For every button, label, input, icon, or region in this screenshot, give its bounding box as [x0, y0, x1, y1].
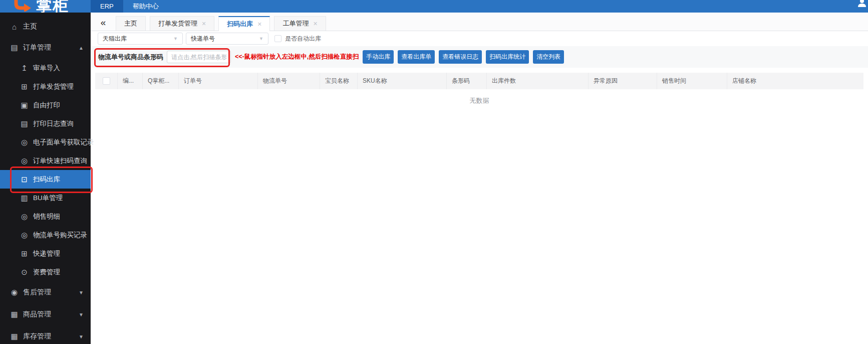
column-header-tracking-no: 物流单号 — [258, 73, 320, 89]
aftersales-icon: ◉ — [10, 288, 19, 297]
sidebar-item-print-log-query[interactable]: ▤ 打印日志查询 — [0, 114, 91, 133]
sidebar-group-order-mgmt[interactable]: ▤ 订单管理 ▲ — [0, 37, 91, 59]
view-error-log-button[interactable]: 查看错误日志 — [439, 50, 482, 64]
clear-list-button[interactable]: 清空列表 — [533, 50, 564, 64]
chevron-down-icon: ▼ — [79, 290, 84, 295]
logo-text: 掌柜 — [36, 0, 69, 13]
fee-mgmt-icon: ⊙ — [20, 268, 29, 277]
scan-outbound-icon: ⊡ — [20, 175, 29, 184]
sidebar-item-label: 电子面单号获取记录 — [33, 138, 94, 147]
sidebar-item-label: 自由打印 — [33, 101, 60, 110]
sidebar-item-scan-outbound[interactable]: ⊡ 扫码出库 — [0, 170, 91, 189]
sidebar-item-label: 资费管理 — [33, 268, 60, 277]
sidebar-item-label: 订单快速扫码查询 — [33, 156, 87, 165]
user-avatar-icon[interactable] — [857, 0, 867, 10]
sidebar-item-label: 打单发货管理 — [33, 82, 74, 91]
sidebar-item-label: 打印日志查询 — [33, 119, 74, 128]
sidebar-item-label: BU单管理 — [33, 194, 63, 203]
tab-work-order-mgmt[interactable]: 工单管理 × — [274, 16, 326, 31]
product-mgmt-icon: ▦ — [10, 310, 19, 319]
select-value: 快递单号 — [191, 35, 215, 43]
brand-logo: 掌柜 — [13, 0, 69, 13]
sidebar-item-sales-detail[interactable]: ◎ 销售明细 — [0, 207, 91, 226]
chevron-down-icon: ▼ — [173, 36, 178, 41]
chevron-down-icon: ▼ — [79, 334, 84, 339]
bu-order-icon: ▥ — [20, 194, 29, 203]
sidebar-item-free-print[interactable]: ▣ 自由打印 — [0, 96, 91, 114]
sidebar-item-bu-order-mgmt[interactable]: ▥ BU单管理 — [0, 189, 91, 207]
barcode-input-label: 物流单号或商品条形码 — [98, 53, 163, 62]
sidebar-item-express-mgmt[interactable]: ⊞ 快递管理 — [0, 244, 91, 263]
print-ship-icon: ⊞ — [20, 82, 29, 91]
column-header-sku-name: SKU名称 — [358, 73, 447, 89]
sidebar-item-label: 物流单号购买记录 — [33, 231, 87, 240]
column-header-number: 编... — [118, 73, 143, 89]
warehouse-type-select[interactable]: 天猫出库 ▼ — [98, 33, 183, 45]
column-header-outbound-qty: 出库件数 — [487, 73, 589, 89]
sidebar-item-fee-mgmt[interactable]: ⊙ 资费管理 — [0, 263, 91, 281]
sidebar-group-product-mgmt[interactable]: ▦ 商品管理 ▼ — [0, 303, 91, 325]
tab-print-ship-mgmt[interactable]: 打单发货管理 × — [150, 16, 214, 31]
tab-home[interactable]: 主页 — [116, 16, 146, 31]
barcode-scan-input[interactable] — [167, 51, 231, 63]
chevron-up-icon: ▲ — [79, 45, 84, 51]
order-mgmt-icon: ▤ — [10, 43, 19, 52]
chevron-down-icon: ▼ — [259, 36, 263, 41]
quick-scan-query-icon: ◎ — [20, 156, 29, 165]
select-value: 天猫出库 — [103, 35, 127, 43]
sidebar-group-aftersales-mgmt[interactable]: ◉ 售后管理 ▼ — [0, 281, 91, 303]
nav-item-erp[interactable]: ERP — [91, 0, 123, 13]
sidebar-item-print-ship-mgmt[interactable]: ⊞ 打单发货管理 — [0, 77, 91, 96]
tab-label: 工单管理 — [282, 19, 309, 28]
sidebar-item-ewaybill-records[interactable]: ◎ 电子面单号获取记录 — [0, 133, 91, 151]
scan-outbound-stats-button[interactable]: 扫码出库统计 — [486, 50, 529, 64]
tab-scan-outbound[interactable]: 扫码出库 × — [218, 16, 270, 31]
tab-label: 扫码出库 — [227, 20, 253, 29]
scan-code-type-select[interactable]: 快递单号 ▼ — [186, 33, 268, 45]
page-tab-bar: « 主页 打单发货管理 × 扫码出库 × 工单管理 × — [91, 13, 868, 31]
column-header-checkbox — [95, 73, 118, 89]
sidebar: ⌂ 主页 ▤ 订单管理 ▲ ↥ 审单导入 ⊞ 打单发货管理 ▣ 自由打印 ▤ 打… — [0, 13, 91, 344]
select-all-checkbox[interactable] — [103, 77, 110, 85]
column-header-order-no: 订单号 — [179, 73, 258, 89]
scan-bar: 物流单号或商品条形码 <<-鼠标指针放入左边框中,然后扫描枪直接扫 手动出库 查… — [91, 46, 868, 68]
logo-arrow-icon — [13, 0, 34, 13]
column-header-shop-name: 店铺名称 — [727, 73, 863, 89]
close-icon[interactable]: × — [313, 20, 317, 27]
manual-outbound-button[interactable]: 手动出库 — [363, 50, 394, 64]
top-bar: 掌柜 ERP 帮助中心 — [0, 0, 868, 13]
scan-instruction-hint: <<-鼠标指针放入左边框中,然后扫描枪直接扫 — [235, 53, 359, 61]
sidebar-group-inventory-mgmt[interactable]: ▦ 库存管理 ▼ — [0, 325, 91, 344]
auto-outbound-checkbox[interactable] — [274, 35, 281, 42]
tab-label: 打单发货管理 — [158, 19, 197, 28]
view-outbound-order-button[interactable]: 查看出库单 — [398, 50, 435, 64]
print-log-icon: ▤ — [20, 119, 29, 128]
sidebar-group-label: 库存管理 — [23, 332, 51, 341]
sidebar-item-label: 扫码出库 — [33, 175, 60, 184]
auto-outbound-checkbox-label: 是否自动出库 — [285, 35, 321, 43]
nav-item-help-center[interactable]: 帮助中心 — [123, 0, 168, 13]
tracking-purchase-icon: ◎ — [20, 231, 29, 240]
sidebar-item-label: 审单导入 — [33, 64, 60, 73]
table-header-row: 编... Q掌柜... 订单号 物流单号 宝贝名称 SKU名称 条形码 出库件数… — [95, 73, 863, 89]
auto-outbound-checkbox-wrap[interactable]: 是否自动出库 — [274, 35, 321, 43]
close-icon[interactable]: × — [257, 21, 261, 28]
column-header-qzhanggui: Q掌柜... — [143, 73, 179, 89]
sidebar-item-label: 快递管理 — [33, 249, 60, 258]
tabs-collapse-button[interactable]: « — [95, 17, 112, 31]
chevron-down-icon: ▼ — [79, 312, 84, 317]
column-header-barcode: 条形码 — [447, 73, 487, 89]
sidebar-item-audit-import[interactable]: ↥ 审单导入 — [0, 59, 91, 77]
collapse-icon: « — [101, 17, 106, 28]
column-header-item-name: 宝贝名称 — [320, 73, 358, 89]
free-print-icon: ▣ — [20, 101, 29, 110]
audit-import-icon: ↥ — [20, 64, 29, 73]
sidebar-item-home[interactable]: ⌂ 主页 — [0, 17, 91, 37]
sidebar-item-label: 销售明细 — [33, 212, 60, 221]
sidebar-item-tracking-purchase-records[interactable]: ◎ 物流单号购买记录 — [0, 226, 91, 244]
ewaybill-record-icon: ◎ — [20, 138, 29, 147]
sidebar-item-order-quick-scan-query[interactable]: ◎ 订单快速扫码查询 — [0, 151, 91, 170]
sidebar-group-label: 订单管理 — [23, 43, 51, 52]
close-icon[interactable]: × — [202, 20, 206, 27]
main-content: « 主页 打单发货管理 × 扫码出库 × 工单管理 × 天猫出库 ▼ 快递单号 … — [91, 13, 868, 344]
